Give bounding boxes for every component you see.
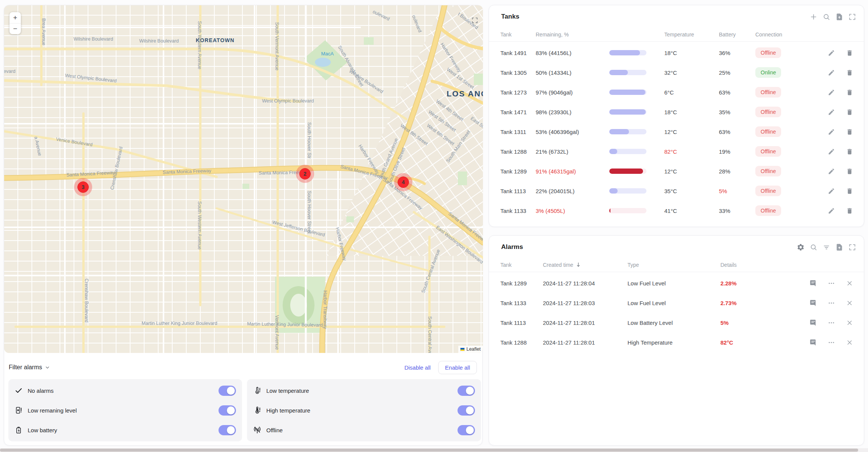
remaining-progress-bar <box>609 70 646 75</box>
edit-tank-button[interactable] <box>827 68 835 77</box>
disable-all-button[interactable]: Disable all <box>404 364 431 371</box>
connection-status-badge: Offline <box>755 186 781 196</box>
alarms-toolbar <box>796 243 856 251</box>
table-row: Tank 127397% (9046gal)6°C63%Offline <box>489 82 864 102</box>
edit-tank-button[interactable] <box>827 49 835 57</box>
map-fullscreen-button[interactable] <box>471 17 478 25</box>
comment-button[interactable] <box>809 318 817 327</box>
tanks-table-body: Tank 149183% (44156L)18°C36%OfflineTank … <box>489 42 864 220</box>
column-header-details[interactable]: Details <box>720 262 804 268</box>
horizontal-scrollbar-thumb[interactable] <box>0 449 858 452</box>
connection-cell: Offline <box>755 205 820 216</box>
edit-tank-button[interactable] <box>827 128 835 136</box>
remaining-progress-bar <box>609 208 646 213</box>
map-attribution[interactable]: Leaflet <box>458 346 483 353</box>
filter-toggle[interactable] <box>458 405 475 416</box>
trash-icon <box>846 49 853 57</box>
filter-alarms-collapse[interactable]: Filter alarms <box>9 364 50 371</box>
column-header-temperature[interactable]: Temperature <box>664 31 719 38</box>
tank-name: Tank 1289 <box>500 280 543 287</box>
remaining-bar-cell <box>609 90 664 95</box>
zoom-in-button[interactable]: + <box>9 12 21 24</box>
search-button[interactable] <box>809 243 818 251</box>
tank-name: Tank 1311 <box>500 129 536 135</box>
dots-icon <box>828 339 835 346</box>
delete-tank-button[interactable] <box>845 49 854 57</box>
edit-tank-button[interactable] <box>827 167 835 175</box>
edit-tank-button[interactable] <box>827 108 835 116</box>
delete-tank-button[interactable] <box>845 88 854 96</box>
filter-toggle[interactable] <box>458 425 475 435</box>
tanks-panel-header: Tanks <box>489 5 864 27</box>
column-header-remaining-[interactable]: Remaining, % <box>536 31 609 38</box>
more-actions-button[interactable] <box>827 318 835 327</box>
dismiss-alarm-button[interactable] <box>845 299 854 307</box>
delete-tank-button[interactable] <box>845 147 854 156</box>
column-header-label: Temperature <box>664 31 694 38</box>
row-actions <box>820 147 854 156</box>
comment-button[interactable] <box>809 299 817 307</box>
search-icon <box>810 243 818 251</box>
settings-button[interactable] <box>796 243 805 251</box>
zoom-out-button[interactable]: − <box>9 24 21 35</box>
delete-tank-button[interactable] <box>845 68 854 77</box>
remaining-progress-bar <box>609 90 646 95</box>
filter-toggle[interactable] <box>219 386 236 396</box>
battery-value: 36% <box>719 50 755 56</box>
export-button[interactable] <box>835 243 843 251</box>
tank-name: Tank 1113 <box>500 188 536 194</box>
comment-button[interactable] <box>809 279 817 287</box>
edit-tank-button[interactable] <box>827 147 835 156</box>
dismiss-alarm-button[interactable] <box>845 318 854 327</box>
fullscreen-icon <box>848 13 856 21</box>
filter-button[interactable] <box>822 243 830 251</box>
fullscreen-button[interactable] <box>848 243 856 251</box>
delete-tank-button[interactable] <box>845 128 854 136</box>
column-header-type[interactable]: Type <box>627 262 720 268</box>
delete-tank-button[interactable] <box>845 206 854 215</box>
add-button[interactable] <box>809 13 818 21</box>
filter-toggle[interactable] <box>219 405 236 416</box>
search-button[interactable] <box>822 13 830 21</box>
map[interactable]: Wilshire BoulevardWilshire BoulevardKORE… <box>4 5 483 353</box>
more-actions-button[interactable] <box>827 279 835 287</box>
created-time-value: 2024-11-27 11:28:01 <box>543 320 627 326</box>
delete-tank-button[interactable] <box>845 187 854 195</box>
fullscreen-button[interactable] <box>848 13 856 21</box>
more-actions-button[interactable] <box>827 299 835 307</box>
map-label: Wilshire Boulevard <box>74 36 113 42</box>
battery-low-icon <box>14 426 23 434</box>
cluster-count: 3 <box>82 184 85 190</box>
filter-toggle[interactable] <box>219 425 236 435</box>
table-row: Tank 12882024-11-27 11:28:01High Tempera… <box>489 332 864 352</box>
plus-icon <box>810 13 818 21</box>
tank-cluster-marker[interactable]: 3 <box>77 181 89 193</box>
delete-tank-button[interactable] <box>845 167 854 175</box>
column-header-tank[interactable]: Tank <box>500 31 536 38</box>
export-button[interactable] <box>835 13 843 21</box>
edit-tank-button[interactable] <box>827 206 835 215</box>
column-header-label: Created time <box>543 262 573 268</box>
enable-all-button[interactable]: Enable all <box>438 361 477 374</box>
battery-value: 28% <box>719 168 755 175</box>
dismiss-alarm-button[interactable] <box>845 279 854 287</box>
filter-box-left: No alarmsLow remaning levelLow battery <box>8 379 242 441</box>
column-header-battery[interactable]: Battery <box>719 31 755 38</box>
tank-cluster-marker[interactable]: 4 <box>398 176 409 188</box>
dismiss-alarm-button[interactable] <box>845 338 854 346</box>
more-actions-button[interactable] <box>827 338 835 346</box>
tank-cluster-marker[interactable]: 2 <box>299 168 311 180</box>
delete-tank-button[interactable] <box>845 108 854 116</box>
trash-icon <box>846 89 853 96</box>
close-icon <box>846 299 853 307</box>
filter-toggle[interactable] <box>458 386 475 396</box>
column-header-connection[interactable]: Connection <box>755 31 820 38</box>
comment-button[interactable] <box>809 338 817 346</box>
edit-tank-button[interactable] <box>827 88 835 96</box>
column-header-created-time[interactable]: Created time <box>543 261 627 268</box>
edit-tank-button[interactable] <box>827 187 835 195</box>
chevron-down-icon <box>44 364 50 370</box>
connection-status-badge: Offline <box>755 126 781 137</box>
column-header-tank[interactable]: Tank <box>500 262 543 268</box>
column-header-label: Battery <box>719 31 736 38</box>
